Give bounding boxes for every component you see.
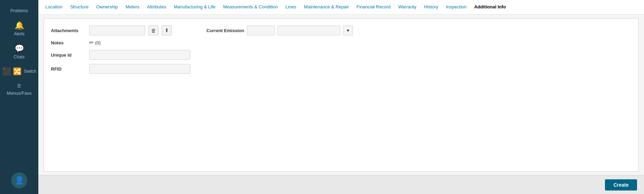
- tab-ownership[interactable]: Ownership: [93, 0, 121, 15]
- unique-id-input[interactable]: [89, 50, 190, 60]
- top-row: Attachments 🗑 ⬆ Current Emission ▾: [51, 26, 631, 35]
- alerts-label: Alerts: [14, 31, 25, 36]
- tab-additional-info[interactable]: Additional Info: [471, 0, 509, 15]
- upload-attachment-button[interactable]: ⬆: [162, 26, 172, 35]
- emission-value-input[interactable]: [247, 26, 275, 35]
- switch-icon1: ⬛: [2, 68, 11, 75]
- attachments-row: Attachments 🗑 ⬆: [51, 26, 172, 35]
- create-button[interactable]: Create: [605, 179, 637, 191]
- rfid-row: RFID: [51, 64, 631, 74]
- tab-lines[interactable]: Lines: [282, 0, 300, 15]
- sidebar-bottom: 👤: [0, 172, 38, 194]
- edit-icon: ✏: [89, 39, 94, 46]
- notes-link[interactable]: ✏ (0): [89, 39, 101, 46]
- upload-icon: ⬆: [165, 27, 169, 34]
- tab-warranty[interactable]: Warranty: [395, 0, 420, 15]
- sidebar-item-alerts[interactable]: 🔔 Alerts: [0, 17, 38, 40]
- tabs-bar: Location Structure Ownership Meters Attr…: [38, 0, 644, 15]
- sidebar-item-menus-favs[interactable]: ☰ Menus/Favs: [0, 78, 38, 99]
- notes-label: Notes: [51, 40, 86, 45]
- sidebar: Problems 🔔 Alerts 💬 Chats ⬛ 🔀 Switch ☰ M…: [0, 0, 38, 194]
- notes-row: Notes ✏ (0): [51, 39, 631, 46]
- attachments-input[interactable]: [89, 26, 145, 35]
- current-emission-label: Current Emission: [206, 28, 244, 33]
- switch-label: Switch: [24, 69, 36, 74]
- tab-inspection[interactable]: Inspection: [442, 0, 470, 15]
- tab-financial[interactable]: Financial Record: [353, 0, 394, 15]
- main-area: Location Structure Ownership Meters Attr…: [38, 0, 644, 194]
- form-box: Attachments 🗑 ⬆ Current Emission ▾: [44, 18, 639, 172]
- tab-manufacturing[interactable]: Manufacturing & Life: [171, 0, 219, 15]
- problems-label: Problems: [10, 8, 28, 13]
- menus-favs-label: Menus/Favs: [7, 91, 32, 96]
- switch-icon2: 🔀: [13, 68, 22, 75]
- current-emission-section: Current Emission ▾: [206, 26, 353, 35]
- emission-unit-input[interactable]: [278, 26, 340, 35]
- unique-id-label: Unique Id: [51, 52, 86, 58]
- sidebar-item-switch[interactable]: ⬛ 🔀 Switch: [0, 63, 38, 78]
- tab-measurements[interactable]: Measurements & Condition: [220, 0, 281, 15]
- footer: Create: [38, 175, 644, 194]
- tab-location[interactable]: Location: [42, 0, 66, 15]
- tab-maintenance[interactable]: Maintenance & Repair: [301, 0, 353, 15]
- trash-icon: 🗑: [151, 28, 156, 34]
- bell-icon: 🔔: [15, 22, 24, 29]
- emission-dropdown-button[interactable]: ▾: [343, 26, 353, 35]
- chats-label: Chats: [14, 55, 24, 59]
- rfid-label: RFID: [51, 66, 86, 72]
- sidebar-item-problems[interactable]: Problems: [0, 3, 38, 17]
- unique-id-row: Unique Id: [51, 50, 631, 60]
- tab-structure[interactable]: Structure: [67, 0, 92, 15]
- menu-icon: ☰: [17, 83, 21, 88]
- attachments-label: Attachments: [51, 28, 86, 33]
- rfid-input[interactable]: [89, 64, 190, 74]
- sidebar-item-chats[interactable]: 💬 Chats: [0, 40, 38, 63]
- tab-history[interactable]: History: [421, 0, 441, 15]
- user-avatar[interactable]: 👤: [11, 172, 27, 188]
- tab-meters[interactable]: Meters: [122, 0, 143, 15]
- notes-count: (0): [95, 40, 101, 45]
- tab-attributes[interactable]: Attributes: [144, 0, 170, 15]
- chat-icon: 💬: [15, 45, 24, 52]
- delete-attachment-button[interactable]: 🗑: [149, 26, 158, 35]
- content-panel: Attachments 🗑 ⬆ Current Emission ▾: [38, 15, 644, 175]
